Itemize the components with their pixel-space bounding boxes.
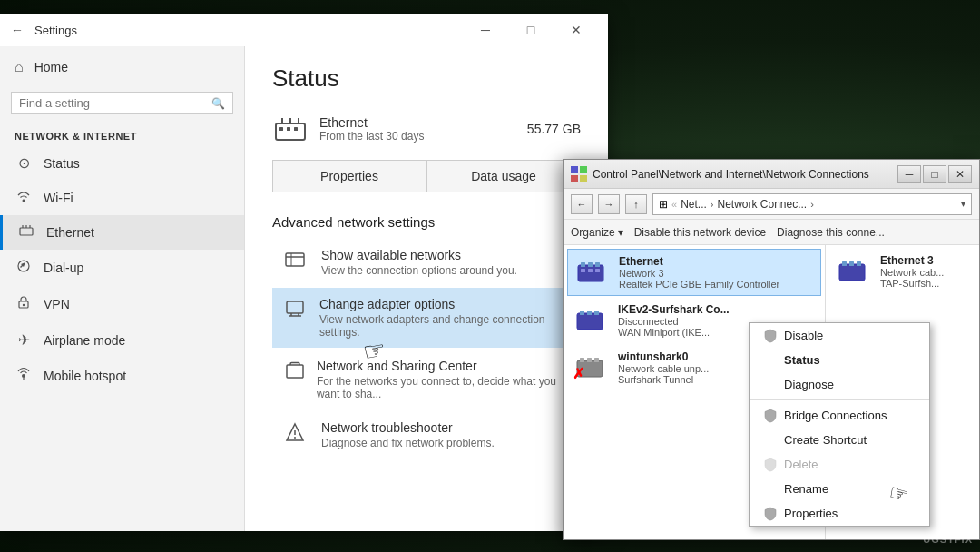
ctx-shortcut[interactable]: Create Shortcut [750,428,929,452]
troubleshooter-text: Network troubleshooter Diagnose and fix … [321,420,495,449]
ikev2-adapter-info: IKEv2-Surfshark Co... Disconnected WAN M… [618,303,730,338]
ctx-disable-label: Disable [784,329,823,342]
organize-chevron-icon: ▾ [618,226,623,239]
ctx-status-label: Status [784,353,820,367]
sidebar-item-vpn[interactable]: VPN [0,286,244,322]
organize-label: Organize [571,226,615,239]
cp-close-btn[interactable]: ✕ [948,165,972,183]
adapter-ethernet[interactable]: Ethernet Network 3 Realtek PCIe GBE Fami… [567,249,821,296]
sidebar-item-airplane[interactable]: ✈ Airplane mode [0,322,244,358]
cp-address-bar[interactable]: ⊞ « Net... › Network Connec... › ▾ [652,193,972,215]
svg-rect-13 [279,127,283,131]
search-box[interactable]: 🔍 [11,92,233,114]
ethernet-sidebar-icon [17,224,35,241]
sidebar-item-wifi[interactable]: Wi-Fi [0,181,244,215]
cp-title-bar: Control Panel\Network and Internet\Netwo… [564,160,979,189]
shield-delete-icon [764,458,777,471]
svg-rect-40 [594,310,599,315]
sidebar-item-hotspot[interactable]: Mobile hotspot [0,358,244,394]
show-networks-title: Show available networks [321,248,517,262]
sharing-center-link[interactable]: Network and Sharing Center For the netwo… [272,350,581,409]
cp-back-btn[interactable]: ← [571,194,593,214]
svg-rect-30 [578,265,603,281]
svg-rect-39 [587,310,592,315]
ethernet-card: Ethernet From the last 30 days 55.77 GB [272,111,581,147]
sidebar-item-ethernet[interactable]: Ethernet [0,215,244,250]
show-networks-icon [285,250,310,274]
svg-point-7 [22,374,25,378]
ctx-delete[interactable]: Delete [750,452,929,477]
svg-rect-38 [580,310,584,315]
main-content: Status Ethernet From the [245,46,608,531]
restore-button[interactable]: □ [510,16,552,44]
ctx-status[interactable]: Status [750,348,929,372]
ctx-diagnose[interactable]: Diagnose [750,372,929,397]
svg-rect-19 [287,301,303,313]
back-button[interactable]: ← [11,23,24,37]
ethernet3-sub2: TAP-Surfsh... [880,278,944,289]
vpn-icon [15,295,33,313]
ctx-properties-label: Properties [784,507,838,520]
ethernet-adapter-info: Ethernet Network 3 Realtek PCIe GBE Fami… [619,255,779,290]
cp-title-controls: ─ □ ✕ [897,165,972,183]
wintunshark-adapter-info: wintunshark0 Network cable unp... Surfsh… [618,350,709,385]
change-adapter-link[interactable]: Change adapter options View network adap… [272,288,581,348]
diagnose-label: Diagnose this conne... [777,226,885,239]
search-icon: 🔍 [211,97,225,110]
show-networks-text: Show available networks View the connect… [321,248,517,277]
cp-restore-btn[interactable]: □ [923,165,946,183]
ethernet-name: Ethernet [319,115,527,130]
svg-rect-26 [571,166,578,173]
ctx-properties[interactable]: Properties [750,501,929,526]
adapter-ethernet3[interactable]: Ethernet 3 Network cab... TAP-Surfsh... [829,249,975,294]
ethernet-main-icon [272,111,309,147]
ctx-disable[interactable]: Disable [750,323,929,348]
svg-rect-16 [286,253,304,266]
cp-toolbar: ← → ↑ ⊞ « Net... › Network Connec... › ▾ [564,189,979,220]
sharing-icon [285,360,306,385]
wintunshark-adapter-sub1: Network cable unp... [618,363,709,374]
disable-network-btn[interactable]: Disable this network device [634,226,766,239]
troubleshooter-link[interactable]: Network troubleshooter Diagnose and fix … [272,411,581,458]
title-bar: ← Settings ─ □ ✕ [0,14,608,46]
data-usage-button[interactable]: Data usage [426,160,581,192]
sharing-desc: For the networks you connect to, decide … [317,375,568,400]
sidebar-item-status[interactable]: ⊙ Status [0,145,244,181]
properties-button[interactable]: Properties [272,160,426,192]
window-controls: ─ □ ✕ [465,16,597,44]
settings-body: ⌂ Home 🔍 Network & Internet ⊙ Status Wi-… [0,46,608,531]
wifi-icon [15,190,33,206]
cp-minimize-btn[interactable]: ─ [897,165,921,183]
minimize-button[interactable]: ─ [465,16,506,44]
sidebar-home[interactable]: ⌂ Home [0,46,244,88]
svg-rect-42 [580,358,584,362]
svg-rect-9 [276,123,305,140]
troubleshooter-desc: Diagnose and fix network problems. [321,437,495,449]
home-icon: ⌂ [15,59,24,75]
sidebar-item-label-hotspot: Mobile hotspot [44,369,126,383]
settings-window: ← Settings ─ □ ✕ ⌂ Home 🔍 Network & Inte… [0,14,608,531]
svg-rect-32 [588,262,593,267]
ikev2-adapter-icon [574,306,611,335]
ctx-rename[interactable]: Rename [750,477,929,501]
sidebar-item-label-ethernet: Ethernet [46,225,94,240]
cp-up-btn[interactable]: ↑ [625,194,647,214]
search-input[interactable] [19,96,211,110]
change-adapter-title: Change adapter options [319,297,568,311]
ethernet3-name: Ethernet 3 [880,254,944,267]
ethernet3-sub1: Network cab... [880,267,944,278]
ctx-rename-label: Rename [784,482,828,496]
ctx-diagnose-label: Diagnose [784,378,834,391]
ctx-bridge[interactable]: Bridge Connections [750,403,929,428]
wintunshark-adapter-sub2: Surfshark Tunnel [618,374,709,385]
cp-forward-btn[interactable]: → [598,194,620,214]
close-button[interactable]: ✕ [555,16,597,44]
ikev2-adapter-name: IKEv2-Surfshark Co... [618,303,730,316]
organize-btn[interactable]: Organize ▾ [571,226,623,239]
sidebar-item-dialup[interactable]: Dial-up [0,250,244,286]
sidebar-section-label: Network & Internet [0,125,244,145]
svg-rect-15 [294,127,298,131]
diagnose-btn[interactable]: Diagnose this conne... [777,226,885,239]
main-title: Status [272,64,581,93]
show-networks-link[interactable]: Show available networks View the connect… [272,239,581,286]
